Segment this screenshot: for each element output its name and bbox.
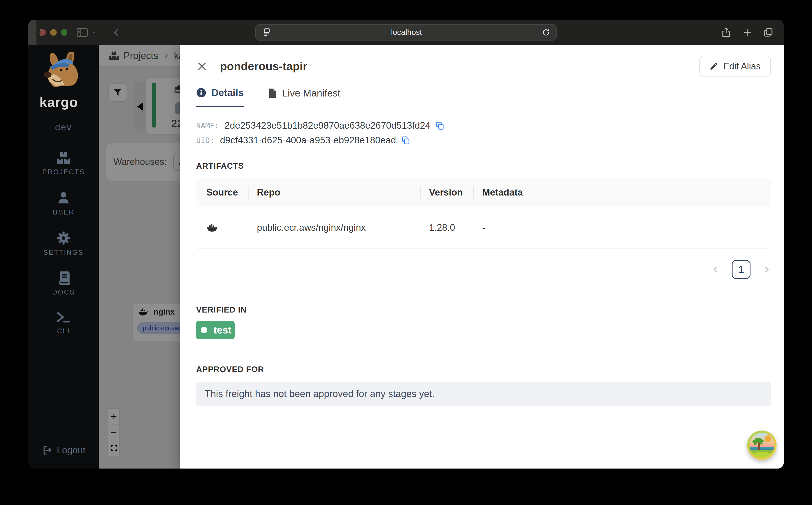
app-sidebar: kargo dev PROJECTS [28, 45, 99, 469]
freight-name-row: NAME: 2de253423e51b1b82e9870ae638e2670d5… [196, 120, 771, 131]
sun-icon [765, 435, 771, 442]
stage-name: test [213, 324, 231, 336]
column-header-repo: Repo [248, 187, 420, 198]
sidebar-item-projects[interactable]: PROJECTS [42, 151, 85, 176]
kargo-logo[interactable]: kargo [39, 52, 87, 110]
freight-name-value: 2de253423e51b1b82e9870ae638e2670d513fd24 [225, 120, 430, 131]
column-header-source: Source [196, 187, 248, 198]
sidebar-item-label: CLI [57, 327, 70, 335]
tab-overview-icon[interactable] [763, 27, 774, 38]
sidebar-item-user[interactable]: USER [52, 191, 74, 216]
sidebar-item-label: PROJECTS [42, 168, 85, 176]
address-bar[interactable]: localhost [255, 24, 557, 40]
book-icon [57, 271, 70, 285]
sidebar-item-label: SETTINGS [43, 249, 83, 257]
url-text: localhost [271, 28, 542, 37]
user-icon [56, 191, 71, 205]
prev-page-icon[interactable] [712, 265, 720, 274]
approved-for-empty-message: This freight has not been approved for a… [196, 382, 771, 406]
brand-wordmark: kargo [39, 94, 87, 110]
logout-button[interactable]: Logout [41, 445, 85, 456]
verified-stage-badge[interactable]: test [196, 321, 235, 339]
reader-view-icon[interactable] [262, 28, 271, 37]
edit-alias-label: Edit Alias [723, 61, 761, 72]
browser-titlebar: localhost [28, 20, 784, 45]
artifact-repo-cell: public.ecr.aws/nginx/nginx [248, 222, 420, 233]
artifacts-table: Source Repo Version Metadata [196, 178, 771, 249]
palm-tree-icon [752, 437, 765, 451]
tab-label: Details [211, 87, 244, 98]
table-row: public.ecr.aws/nginx/nginx 1.28.0 - [196, 207, 771, 248]
drawer-tabs: Details Live Manifest [196, 87, 771, 107]
artifact-source-cell [196, 223, 248, 233]
verified-in-heading: VERIFIED IN [196, 305, 784, 315]
close-icon[interactable] [196, 60, 208, 72]
docker-whale-icon [206, 223, 248, 233]
name-label: NAME: [196, 121, 219, 130]
next-page-icon[interactable] [762, 265, 771, 274]
column-header-version: Version [420, 187, 473, 198]
copy-icon[interactable] [435, 121, 445, 130]
approved-for-heading: APPROVED FOR [196, 365, 784, 374]
freight-alias-title: ponderous-tapir [220, 60, 307, 73]
file-icon [268, 88, 277, 98]
freight-details-drawer: ponderous-tapir Edit Alias [180, 45, 784, 469]
projects-boxes-icon [56, 151, 71, 165]
tab-label: Live Manifest [282, 88, 340, 99]
info-circle-icon [196, 88, 206, 98]
env-label: dev [55, 122, 72, 133]
island-scene [750, 433, 774, 458]
tab-details[interactable]: Details [196, 87, 244, 107]
artifact-version-cell: 1.28.0 [420, 222, 473, 233]
artifacts-heading: ARTIFACTS [196, 161, 784, 171]
share-icon[interactable] [721, 27, 732, 38]
sidebar-item-docs[interactable]: DOCS [52, 271, 75, 296]
edit-alias-button[interactable]: Edit Alias [700, 56, 771, 77]
logout-label: Logout [57, 445, 85, 456]
uid-label: UID: [196, 136, 214, 145]
refresh-icon[interactable] [542, 28, 550, 37]
sidebar-item-settings[interactable]: SETTINGS [43, 231, 83, 257]
sidebar-item-label: USER [52, 208, 74, 216]
island-fab[interactable] [747, 431, 777, 460]
browser-window: localhost [28, 20, 784, 469]
copy-icon[interactable] [401, 136, 410, 145]
column-header-metadata: Metadata [473, 187, 771, 198]
stage-starburst-icon [199, 325, 209, 335]
page-number[interactable]: 1 [732, 260, 751, 279]
freight-uid-value: d9cf4331-d625-400a-a953-eb928e180ead [220, 135, 396, 146]
terminal-icon [56, 311, 71, 324]
artifacts-table-header: Source Repo Version Metadata [196, 178, 771, 207]
sidebar-item-label: DOCS [52, 289, 75, 296]
new-tab-icon[interactable] [742, 27, 752, 37]
tab-live-manifest[interactable]: Live Manifest [268, 87, 340, 107]
logout-icon [41, 445, 53, 456]
pencil-icon [710, 62, 718, 71]
sidebar-item-cli[interactable]: CLI [56, 311, 71, 335]
freight-uid-row: UID: d9cf4331-d625-400a-a953-eb928e180ea… [196, 135, 771, 146]
artifact-metadata-cell: - [473, 222, 771, 233]
artifacts-pagination: 1 [180, 260, 771, 279]
gear-icon [56, 231, 71, 245]
